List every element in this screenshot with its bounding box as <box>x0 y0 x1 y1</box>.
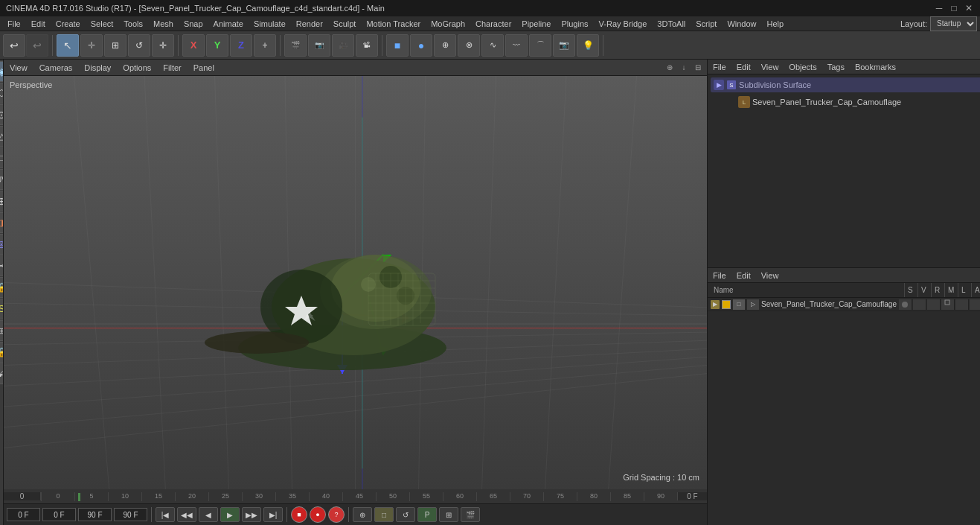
render-all-button[interactable]: 📽 <box>356 34 378 57</box>
z-axis-button[interactable]: Z <box>230 34 252 57</box>
start-frame-input[interactable] <box>42 508 76 521</box>
record-button[interactable]: ● <box>310 506 326 523</box>
obj-menu-view[interactable]: View <box>759 63 781 71</box>
menu-render[interactable]: Render <box>292 18 327 30</box>
obj-menu-bookmarks[interactable]: Bookmarks <box>853 63 898 71</box>
go-to-end-button[interactable]: ▶| <box>263 507 283 522</box>
all-axis-button[interactable]: + <box>254 34 276 57</box>
key-rot-button[interactable]: ↺ <box>396 507 415 522</box>
obj-menu-file[interactable]: File <box>711 63 728 71</box>
menu-motion-tracker[interactable]: Motion Tracker <box>362 18 425 30</box>
menu-window[interactable]: Window <box>723 18 760 30</box>
end-frame-input[interactable] <box>78 508 112 521</box>
array-button[interactable]: ⊕ <box>434 34 456 57</box>
viewport-menu-cameras[interactable]: Cameras <box>36 63 76 72</box>
play-back-button[interactable]: ◀ <box>199 507 218 522</box>
play-forward-button[interactable]: ▶ <box>220 507 240 522</box>
select-tool-button[interactable]: ↖ <box>57 34 79 57</box>
deform-button[interactable]: ⌒ <box>529 34 551 57</box>
minimize-button[interactable]: ─ <box>934 3 944 13</box>
menu-snap[interactable]: Snap <box>179 18 208 30</box>
light-button[interactable]: 💡 <box>577 34 599 57</box>
key-left-button[interactable]: ⊕ <box>353 507 372 522</box>
mesh-type-icon: L <box>738 96 750 108</box>
menu-edit[interactable]: Edit <box>27 18 50 30</box>
record-stop-button[interactable]: ■ <box>291 506 307 523</box>
title-bar-controls: ─ □ ✕ <box>934 3 974 13</box>
preview-frame-input[interactable] <box>114 508 147 521</box>
record-auto-button[interactable]: ? <box>328 506 345 523</box>
close-button[interactable]: ✕ <box>964 3 974 13</box>
x-axis-button[interactable]: X <box>182 34 205 57</box>
camera-button[interactable]: 📷 <box>553 34 575 57</box>
maximize-button[interactable]: □ <box>949 3 959 13</box>
layout-dropdown[interactable]: Startup <box>930 16 977 31</box>
key-pos-button[interactable]: P <box>417 507 437 522</box>
menu-3dtoall[interactable]: 3DToAll <box>653 18 690 30</box>
menu-select[interactable]: Select <box>86 18 118 30</box>
menu-plugins[interactable]: Plugins <box>557 18 592 30</box>
viewport-menu-view[interactable]: View <box>7 63 31 72</box>
attr-menu-edit[interactable]: Edit <box>734 271 753 280</box>
attr-val-l <box>955 299 969 310</box>
menu-simulate[interactable]: Simulate <box>249 18 290 30</box>
sphere-button[interactable]: ● <box>410 34 432 57</box>
key-mode-button[interactable]: □ <box>374 507 394 522</box>
nurbs-button[interactable]: 〰 <box>505 34 528 57</box>
menu-sculpt[interactable]: Sculpt <box>329 18 361 30</box>
spline-button[interactable]: ∿ <box>481 34 504 57</box>
menu-pipeline[interactable]: Pipeline <box>517 18 555 30</box>
step-forward-button[interactable]: ▶▶ <box>242 507 261 522</box>
layout-area: Layout: Startup <box>900 16 977 31</box>
step-back-button[interactable]: ◀◀ <box>177 507 196 522</box>
layout-label: Layout: <box>900 19 927 28</box>
viewport-menu-filter[interactable]: Filter <box>160 63 184 72</box>
viewport-canvas[interactable]: Perspective Grid Spacing : 10 cm <box>4 76 707 489</box>
attr-menu-view[interactable]: View <box>759 271 781 280</box>
viewport-icon-3[interactable]: ⊟ <box>692 62 704 74</box>
menu-animate[interactable]: Animate <box>209 18 248 30</box>
viewport-menu-display[interactable]: Display <box>81 63 114 72</box>
obj-menu-tags[interactable]: Tags <box>825 63 847 71</box>
menu-help[interactable]: Help <box>763 18 789 30</box>
obj-menu-edit[interactable]: Edit <box>734 63 753 71</box>
key-grid-button[interactable]: ⊞ <box>439 507 458 522</box>
subdiv-expand-icon[interactable]: ▶ <box>714 80 724 90</box>
key-end-button[interactable]: 🎬 <box>461 507 480 522</box>
obj-item-subdivision[interactable]: ▶ S Subdivision Surface ✓ ••• <box>711 77 980 92</box>
menu-create[interactable]: Create <box>51 18 85 30</box>
attr-row-seven-panel[interactable]: ▶ □ ▷ Seven_Panel_Trucker_Cap_Camouflage <box>708 298 980 311</box>
menu-script[interactable]: Script <box>691 18 721 30</box>
attr-menu-file[interactable]: File <box>711 271 728 280</box>
ruler-85: 85 <box>610 492 644 501</box>
viewport-menu-options[interactable]: Options <box>120 63 154 72</box>
menu-tools[interactable]: Tools <box>119 18 147 30</box>
y-axis-button[interactable]: Y <box>206 34 228 57</box>
menu-file[interactable]: File <box>3 18 25 30</box>
menu-character[interactable]: Character <box>471 18 516 30</box>
render-view-button[interactable]: 🎬 <box>284 34 307 57</box>
viewport-icon-2[interactable]: ↓ <box>678 62 690 74</box>
menu-mograph[interactable]: MoGraph <box>426 18 470 30</box>
col-s: S <box>905 283 918 297</box>
toolbar-sep-2 <box>178 35 179 56</box>
tc-sep-2 <box>286 507 287 522</box>
rotate-tool-button[interactable]: ↺ <box>128 34 150 57</box>
render-active-button[interactable]: 🎥 <box>332 34 354 57</box>
viewport-icon-1[interactable]: ⊕ <box>664 62 676 74</box>
current-frame-input[interactable] <box>7 508 40 521</box>
render-region-button[interactable]: 📷 <box>308 34 330 57</box>
viewport-menu-panel[interactable]: Panel <box>190 63 217 72</box>
menu-mesh[interactable]: Mesh <box>149 18 178 30</box>
undo-button[interactable]: ↩ <box>3 34 25 57</box>
transform-tool-button[interactable]: ✛ <box>152 34 174 57</box>
menu-vray[interactable]: V-Ray Bridge <box>595 18 652 30</box>
boolean-button[interactable]: ⊗ <box>458 34 480 57</box>
move-tool-button[interactable]: ✛ <box>80 34 103 57</box>
obj-item-seven-panel[interactable]: L Seven_Panel_Trucker_Cap_Camouflage • •… <box>723 94 980 110</box>
scale-tool-button[interactable]: ⊞ <box>104 34 126 57</box>
cube-button[interactable]: ■ <box>386 34 409 57</box>
redo-button[interactable]: ↩ <box>26 34 48 57</box>
go-to-start-button[interactable]: |◀ <box>156 507 175 522</box>
obj-menu-objects[interactable]: Objects <box>787 63 819 71</box>
